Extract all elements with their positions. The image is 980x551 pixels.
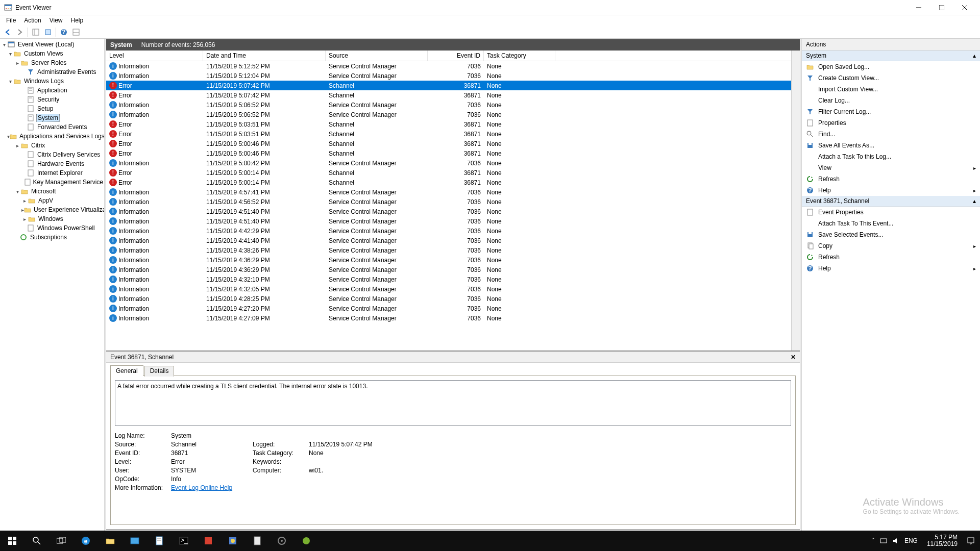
- taskbar-notepad-icon[interactable]: [147, 531, 172, 551]
- table-row[interactable]: iInformation11/15/2019 4:56:52 PMService…: [106, 197, 791, 207]
- taskbar-app3-icon[interactable]: [220, 531, 245, 551]
- action-item[interactable]: Open Saved Log...: [802, 61, 980, 72]
- tree-citrix-delivery[interactable]: Citrix Delivery Services: [0, 150, 104, 159]
- action-copy[interactable]: Copy▸: [802, 240, 980, 252]
- tree-admin-events[interactable]: Administrative Events: [0, 67, 104, 77]
- taskbar-app-icon[interactable]: [122, 531, 147, 551]
- event-grid[interactable]: Level Date and Time Source Event ID Task…: [106, 51, 791, 350]
- navigation-tree[interactable]: ▾Event Viewer (Local) ▾Custom Views ▸Ser…: [0, 39, 105, 531]
- tree-server-roles[interactable]: ▸Server Roles: [0, 58, 104, 67]
- action-item[interactable]: Save Selected Events...: [802, 229, 980, 240]
- tree-uev[interactable]: ▸User Experience Virtualization: [0, 205, 104, 214]
- back-button[interactable]: [2, 27, 13, 38]
- taskbar-explorer-icon[interactable]: [98, 531, 122, 551]
- table-row[interactable]: iInformation11/15/2019 4:27:09 PMService…: [106, 313, 791, 323]
- table-row[interactable]: iInformation11/15/2019 4:42:29 PMService…: [106, 226, 791, 236]
- action-refresh2[interactable]: Refresh: [802, 252, 980, 263]
- start-button[interactable]: [0, 531, 24, 551]
- action-item[interactable]: Event Properties: [802, 207, 980, 218]
- tray-chevron-icon[interactable]: ˄: [872, 537, 875, 544]
- table-row[interactable]: iInformation11/15/2019 5:06:52 PMService…: [106, 110, 791, 119]
- action-help1[interactable]: ?Help▸: [802, 185, 980, 196]
- action-view[interactable]: View▸: [802, 162, 980, 173]
- table-row[interactable]: iInformation11/15/2019 4:27:20 PMService…: [106, 304, 791, 313]
- action-item[interactable]: Import Custom View...: [802, 84, 980, 95]
- close-button[interactable]: [953, 0, 976, 15]
- action-item[interactable]: Filter Current Log...: [802, 106, 980, 117]
- table-row[interactable]: iInformation11/15/2019 4:41:40 PMService…: [106, 236, 791, 245]
- maximize-button[interactable]: [930, 0, 953, 15]
- taskbar-app2-icon[interactable]: [196, 531, 220, 551]
- action-item[interactable]: Save All Events As...: [802, 140, 980, 151]
- table-row[interactable]: iInformation11/15/2019 4:51:40 PMService…: [106, 216, 791, 226]
- table-row[interactable]: !Error11/15/2019 5:00:14 PMSchannel36871…: [106, 168, 791, 178]
- table-row[interactable]: iInformation11/15/2019 5:12:52 PMService…: [106, 61, 791, 71]
- menu-view[interactable]: View: [45, 16, 67, 25]
- taskbar-ie-icon[interactable]: e: [74, 531, 98, 551]
- scrollbar[interactable]: [791, 51, 800, 350]
- tree-custom-views[interactable]: ▾Custom Views: [0, 49, 104, 58]
- menu-help[interactable]: Help: [67, 16, 88, 25]
- tray-sound-icon[interactable]: [892, 537, 899, 544]
- taskview-button[interactable]: [49, 531, 74, 551]
- table-row[interactable]: !Error11/15/2019 5:00:46 PMSchannel36871…: [106, 139, 791, 148]
- table-row[interactable]: iInformation11/15/2019 4:51:40 PMService…: [106, 207, 791, 216]
- action-item[interactable]: Attach a Task To this Log...: [802, 151, 980, 162]
- details-pane-button[interactable]: [70, 27, 82, 38]
- action-item[interactable]: Attach Task To This Event...: [802, 218, 980, 229]
- col-source[interactable]: Source: [326, 51, 428, 61]
- tray-clock[interactable]: 5:17 PM 11/15/2019: [923, 534, 962, 547]
- action-item[interactable]: Create Custom View...: [802, 72, 980, 84]
- detail-close-button[interactable]: ✕: [791, 354, 796, 361]
- taskbar[interactable]: e >_ ˄ ENG 5:17 PM 11/15/2019: [0, 531, 980, 551]
- tree-appv[interactable]: ▸AppV: [0, 196, 104, 205]
- tree-system[interactable]: System: [0, 113, 104, 122]
- show-tree-button[interactable]: [30, 27, 41, 38]
- tab-general[interactable]: General: [110, 365, 143, 376]
- tree-root[interactable]: ▾Event Viewer (Local): [0, 40, 104, 49]
- menu-action[interactable]: Action: [20, 16, 45, 25]
- table-row[interactable]: !Error11/15/2019 5:00:14 PMSchannel36871…: [106, 178, 791, 187]
- tree-wps[interactable]: Windows PowerShell: [0, 223, 104, 233]
- tree-application[interactable]: Application: [0, 86, 104, 95]
- tree-setup[interactable]: Setup: [0, 104, 104, 113]
- action-item[interactable]: Find...: [802, 129, 980, 140]
- table-row[interactable]: iInformation11/15/2019 5:00:42 PMService…: [106, 158, 791, 168]
- action-item[interactable]: Clear Log...: [802, 95, 980, 106]
- taskbar-cmd-icon[interactable]: >_: [172, 531, 196, 551]
- col-date[interactable]: Date and Time: [203, 51, 326, 61]
- taskbar-xen-icon[interactable]: [294, 531, 318, 551]
- col-task[interactable]: Task Category: [484, 51, 555, 61]
- table-row[interactable]: !Error11/15/2019 5:03:51 PMSchannel36871…: [106, 129, 791, 139]
- taskbar-app4-icon[interactable]: [245, 531, 270, 551]
- menu-file[interactable]: File: [2, 16, 20, 25]
- tree-forwarded[interactable]: Forwarded Events: [0, 122, 104, 132]
- table-row[interactable]: iInformation11/15/2019 4:57:41 PMService…: [106, 187, 791, 197]
- table-row[interactable]: !Error11/15/2019 5:00:46 PMSchannel36871…: [106, 148, 791, 158]
- tray-notifications-icon[interactable]: [967, 537, 975, 545]
- tree-apps-services[interactable]: ▾Applications and Services Logs: [0, 132, 104, 141]
- table-row[interactable]: iInformation11/15/2019 4:38:26 PMService…: [106, 245, 791, 255]
- tray-lang[interactable]: ENG: [904, 537, 918, 544]
- table-row[interactable]: iInformation11/15/2019 4:28:25 PMService…: [106, 294, 791, 304]
- action-item[interactable]: Properties: [802, 117, 980, 129]
- table-row[interactable]: iInformation11/15/2019 5:12:04 PMService…: [106, 71, 791, 81]
- actions-section-system[interactable]: System▴: [802, 51, 980, 61]
- online-help-link[interactable]: Event Log Online Help: [171, 484, 232, 491]
- tree-security[interactable]: Security: [0, 95, 104, 104]
- tray-network-icon[interactable]: [880, 537, 887, 544]
- table-row[interactable]: iInformation11/15/2019 4:36:29 PMService…: [106, 265, 791, 274]
- tab-details[interactable]: Details: [144, 366, 175, 377]
- tree-subscriptions[interactable]: Subscriptions: [0, 233, 104, 242]
- action-refresh1[interactable]: Refresh: [802, 173, 980, 185]
- tree-ie[interactable]: Internet Explorer: [0, 168, 104, 178]
- table-row[interactable]: iInformation11/15/2019 4:36:29 PMService…: [106, 255, 791, 265]
- tree-citrix[interactable]: ▸Citrix: [0, 141, 104, 150]
- col-level[interactable]: Level: [106, 51, 203, 61]
- tree-kms[interactable]: Key Management Service: [0, 178, 104, 187]
- help-button[interactable]: ?: [58, 27, 69, 38]
- taskbar-services-icon[interactable]: [270, 531, 294, 551]
- properties-button[interactable]: [42, 27, 54, 38]
- table-row[interactable]: !Error11/15/2019 5:07:42 PMSchannel36871…: [106, 90, 791, 100]
- minimize-button[interactable]: [907, 0, 930, 15]
